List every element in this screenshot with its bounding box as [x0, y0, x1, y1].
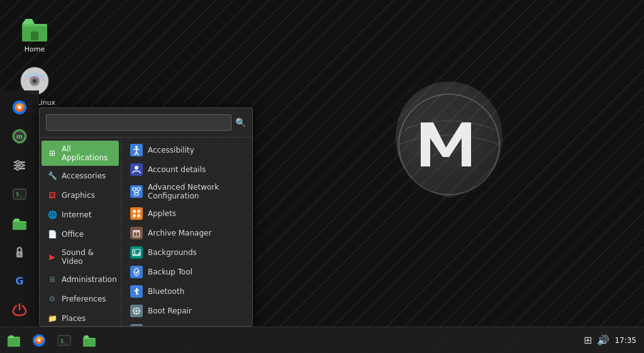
sidebar-item-firefox[interactable]	[6, 94, 33, 121]
svg-point-9	[33, 80, 36, 82]
svg-point-27	[135, 146, 138, 148]
menu-apps: Accessibility Account details Advanced N…	[121, 138, 252, 326]
menu-body: ⊞ All Applications 🔧 Accessories 🖼 Graph…	[40, 138, 252, 326]
svg-point-65	[38, 339, 41, 342]
category-label-office: Office	[62, 230, 84, 239]
category-item-office[interactable]: 📄 Office	[42, 225, 119, 244]
sidebar: m $_	[0, 90, 39, 327]
svg-rect-31	[135, 193, 138, 195]
app-label-backup-tool: Backup Tool	[148, 268, 192, 276]
category-item-places[interactable]: 📁 Places	[42, 309, 119, 326]
menu-panel: 🔍 ⊞ All Applications 🔧 Accessories 🖼 Gra…	[39, 107, 253, 327]
archive-manager-app-icon	[130, 227, 143, 239]
desktop: Home Install Linux Mint	[0, 0, 644, 353]
volume-taskbar-icon[interactable]: 🔊	[597, 334, 609, 346]
app-label-archive-manager: Archive Manager	[148, 229, 211, 237]
app-item-adv-network[interactable]: Advanced Network Configuration	[124, 180, 250, 204]
sidebar-item-power[interactable]	[6, 296, 33, 323]
places-icon: 📁	[47, 313, 58, 324]
category-label-sound-video: Sound & Video	[62, 248, 114, 266]
svg-text:$_: $_	[16, 191, 23, 197]
applets-app-icon	[130, 207, 143, 220]
internet-icon: 🌐	[47, 209, 58, 220]
taskbar-btn-terminal[interactable]: $_	[53, 329, 75, 352]
svg-point-18	[16, 161, 19, 164]
taskbar-btn-folder[interactable]	[78, 329, 101, 352]
app-item-applets[interactable]: Applets	[124, 204, 250, 223]
app-item-backgrounds[interactable]: Backgrounds	[124, 243, 250, 262]
app-item-account-details[interactable]: Account details	[124, 160, 250, 179]
app-label-boot-repair: Boot Repair	[148, 307, 192, 315]
backgrounds-app-icon	[130, 246, 143, 259]
home-icon-label: Home	[25, 45, 45, 53]
preferences-icon: ⚙	[47, 293, 58, 305]
desktop-icon-home[interactable]: Home	[13, 13, 57, 53]
app-label-accessibility: Accessibility	[148, 146, 194, 155]
svg-rect-4	[31, 31, 38, 40]
taskbar-right: ⊞ 🔊 17:35	[584, 334, 644, 346]
svg-rect-36	[133, 210, 136, 213]
svg-point-46	[134, 251, 136, 253]
svg-rect-38	[133, 214, 136, 217]
taskbar-time: 17:35	[614, 336, 636, 345]
app-item-backup-tool[interactable]: Backup Tool	[124, 263, 250, 281]
office-icon: 📄	[47, 229, 58, 240]
administration-icon: 🖥	[47, 274, 58, 285]
graphics-icon: 🖼	[47, 190, 58, 201]
category-item-accessories[interactable]: 🔧 Accessories	[42, 166, 119, 185]
category-item-administration[interactable]: 🖥 Administration	[42, 270, 119, 289]
svg-rect-29	[133, 188, 136, 190]
svg-rect-30	[137, 188, 140, 190]
app-item-bluetooth[interactable]: Bluetooth	[124, 282, 250, 301]
svg-rect-39	[137, 214, 140, 217]
taskbar-btn-firefox[interactable]	[28, 329, 50, 352]
app-label-bluetooth: Bluetooth	[148, 287, 184, 296]
category-label-administration: Administration	[62, 275, 117, 284]
category-label-preferences: Preferences	[62, 295, 106, 303]
account-details-app-icon	[130, 163, 143, 176]
sidebar-item-lock[interactable]	[6, 239, 33, 265]
sidebar-item-settings[interactable]	[6, 152, 33, 178]
menu-search-input[interactable]	[46, 114, 231, 131]
accessibility-app-icon	[130, 144, 143, 156]
sidebar-item-folder[interactable]	[6, 210, 33, 236]
sidebar-item-terminal[interactable]: $_	[6, 181, 33, 207]
svg-point-19	[20, 164, 23, 167]
svg-rect-69	[83, 339, 96, 347]
app-item-accessibility[interactable]: Accessibility	[124, 141, 250, 160]
menu-categories: ⊞ All Applications 🔧 Accessories 🖼 Graph…	[40, 138, 121, 326]
app-item-archive-manager[interactable]: Archive Manager	[124, 224, 250, 242]
category-label-accessories: Accessories	[62, 171, 106, 180]
sidebar-item-mint-menu[interactable]: m	[6, 123, 33, 149]
category-item-all[interactable]: ⊞ All Applications	[42, 141, 119, 166]
menu-search-bar: 🔍	[40, 108, 252, 138]
sound-video-icon: ▶	[47, 251, 58, 263]
svg-marker-3	[22, 19, 35, 24]
taskbar: $_ ⊞ 🔊 17:35	[0, 327, 644, 353]
boot-repair-app-icon	[130, 305, 143, 317]
network-taskbar-icon[interactable]: ⊞	[584, 334, 592, 346]
app-item-calculator[interactable]: Calculator	[124, 321, 250, 326]
svg-point-20	[16, 167, 19, 170]
category-item-sound-video[interactable]: ▶ Sound & Video	[42, 244, 119, 269]
app-label-account-details: Account details	[148, 165, 206, 174]
category-item-internet[interactable]: 🌐 Internet	[42, 205, 119, 224]
svg-point-26	[19, 254, 21, 256]
category-item-graphics[interactable]: 🖼 Graphics	[42, 186, 119, 205]
svg-text:$_: $_	[60, 338, 67, 344]
svg-point-12	[18, 106, 21, 109]
accessories-icon: 🔧	[47, 170, 58, 182]
app-item-boot-repair[interactable]: Boot Repair	[124, 301, 250, 320]
svg-rect-37	[137, 210, 140, 213]
app-label-adv-network: Advanced Network Configuration	[148, 183, 243, 200]
all-apps-icon: ⊞	[47, 148, 58, 159]
adv-network-app-icon	[130, 185, 143, 198]
svg-rect-24	[13, 222, 26, 230]
svg-point-48	[135, 310, 138, 312]
calculator-app-icon	[130, 324, 143, 326]
taskbar-btn-files[interactable]	[3, 329, 25, 352]
category-item-preferences[interactable]: ⚙ Preferences	[42, 290, 119, 308]
sidebar-item-google[interactable]: G	[6, 268, 33, 294]
taskbar-left: $_	[0, 329, 101, 352]
category-label-graphics: Graphics	[62, 191, 95, 200]
